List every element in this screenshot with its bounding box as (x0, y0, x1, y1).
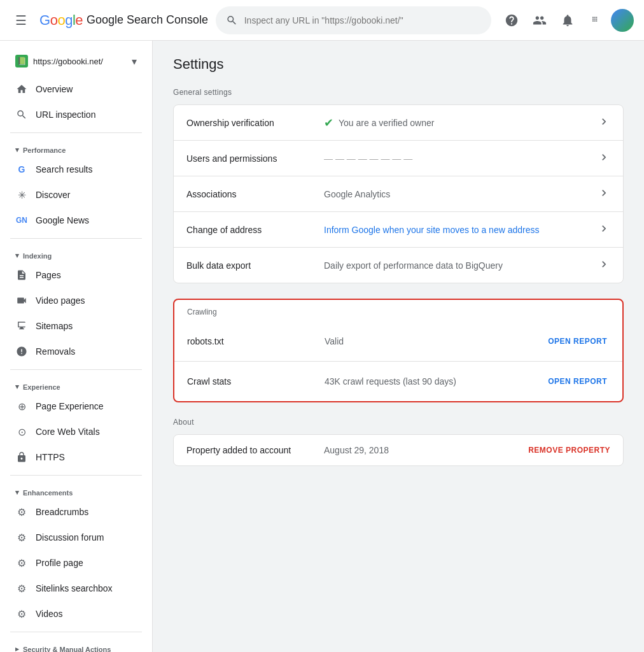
search-bar-icon (226, 14, 238, 27)
site-favicon: 📗 (15, 55, 28, 67)
site-name: https://gobooki.net/ (33, 57, 127, 66)
apps-button[interactable] (583, 8, 608, 33)
general-settings-label: General settings (173, 88, 624, 97)
users-row[interactable]: Users and permissions — — — — — — — — (174, 141, 623, 176)
discover-icon: ✳ (15, 188, 28, 201)
robots-txt-open-report-button[interactable]: OPEN REPORT (545, 332, 610, 351)
ownership-value: ✔ You are a verified owner (324, 116, 587, 130)
associations-chevron[interactable] (598, 187, 610, 201)
main-content: Settings General settings Ownership veri… (153, 41, 644, 652)
url-inspect-input[interactable] (244, 15, 481, 25)
bulk-data-chevron[interactable] (598, 258, 610, 273)
sidebar-item-overview[interactable]: Overview (0, 76, 147, 102)
main-layout: 📗 https://gobooki.net/ ▾ Overview URL in… (0, 41, 644, 652)
google-wordmark: Google (39, 12, 83, 29)
videos-enhance-icon: ⚙ (15, 607, 28, 620)
sidebar-item-pages[interactable]: Pages (0, 262, 147, 288)
site-selector[interactable]: 📗 https://gobooki.net/ ▾ (5, 48, 147, 74)
ownership-row[interactable]: Ownership verification ✔ You are a verif… (174, 105, 623, 141)
change-address-chevron[interactable] (598, 222, 610, 237)
property-added-row: Property added to account August 29, 201… (174, 435, 623, 465)
divider-1 (10, 132, 142, 133)
sidebar-label-overview: Overview (36, 84, 73, 94)
sidebar-item-video-pages[interactable]: Video pages (0, 288, 147, 313)
sidebar-label-google-news: Google News (36, 215, 89, 225)
sidebar-item-sitemaps[interactable]: Sitemaps (0, 313, 147, 339)
arrow-security: ▸ (15, 645, 19, 652)
sidebar-item-breadcrumbs[interactable]: ⚙ Breadcrumbs (0, 499, 147, 525)
robots-txt-row: robots.txt Valid OPEN REPORT (174, 322, 622, 362)
sidebar-item-google-news[interactable]: GN Google News (0, 208, 147, 233)
url-inspect-icon (15, 108, 28, 121)
people-icon (533, 13, 547, 27)
sidebar-label-sitelinks-searchbox: Sitelinks searchbox (36, 583, 113, 593)
bulk-data-row[interactable]: Bulk data export Daily export of perform… (174, 248, 623, 283)
sidebar-item-url-inspection[interactable]: URL inspection (0, 102, 147, 127)
sidebar-item-profile-page[interactable]: ⚙ Profile page (0, 550, 147, 576)
ownership-chevron[interactable] (598, 115, 610, 130)
sidebar-item-search-results[interactable]: G Search results (0, 157, 147, 182)
sitemaps-icon (15, 320, 28, 332)
associations-row[interactable]: Associations Google Analytics (174, 176, 623, 212)
divider-4 (10, 475, 142, 476)
users-chevron[interactable] (598, 151, 610, 166)
sidebar-label-core-web-vitals: Core Web Vitals (36, 427, 100, 437)
sidebar-label-pages: Pages (36, 270, 61, 280)
crawling-section-label: Crawling (174, 300, 622, 322)
associations-label: Associations (186, 189, 314, 199)
sidebar-label-removals: Removals (36, 346, 75, 357)
sidebar-item-https[interactable]: HTTPS (0, 444, 147, 470)
url-inspect-bar[interactable] (216, 6, 491, 34)
crawl-stats-open-report-button[interactable]: OPEN REPORT (545, 372, 610, 391)
bulk-data-label: Bulk data export (186, 260, 314, 271)
property-added-label: Property added to account (186, 445, 314, 455)
help-icon (505, 13, 519, 27)
section-indexing[interactable]: ▾ Indexing (0, 244, 152, 262)
users-label: Users and permissions (186, 153, 314, 164)
topbar-left: ☰ Google Google Search Console (10, 8, 208, 33)
help-button[interactable] (499, 8, 524, 33)
video-pages-icon (15, 294, 28, 307)
people-button[interactable] (527, 8, 552, 33)
app-title: Google Search Console (87, 13, 208, 27)
sidebar-label-discussion-forum: Discussion forum (36, 532, 104, 542)
chevron-right-icon-2 (598, 151, 610, 164)
section-performance-label: Performance (23, 146, 66, 154)
notifications-button[interactable] (555, 8, 580, 33)
change-address-row[interactable]: Change of address Inform Google when you… (174, 212, 623, 248)
section-security[interactable]: ▸ Security & Manual Actions (0, 637, 152, 652)
divider-3 (10, 369, 142, 370)
arrow-enhancements: ▾ (15, 488, 19, 497)
section-performance[interactable]: ▾ Performance (0, 138, 152, 157)
chevron-right-icon-4 (598, 222, 610, 235)
hamburger-menu[interactable]: ☰ (10, 8, 32, 33)
sidebar-item-discover[interactable]: ✳ Discover (0, 182, 147, 208)
page-title: Settings (173, 56, 624, 73)
sidebar-item-page-experience[interactable]: ⊕ Page Experience (0, 393, 147, 419)
section-experience[interactable]: ▾ Experience (0, 375, 152, 393)
profile-page-icon: ⚙ (15, 556, 28, 569)
apps-icon (589, 13, 603, 27)
sidebar-label-videos: Videos (36, 609, 63, 619)
section-enhancements-label: Enhancements (23, 489, 73, 497)
chevron-down-icon: ▾ (132, 55, 137, 67)
crawling-card: Crawling robots.txt Valid OPEN REPORT Cr… (173, 299, 624, 402)
sidebar-item-removals[interactable]: Removals (0, 339, 147, 364)
sidebar-item-videos[interactable]: ⚙ Videos (0, 601, 147, 627)
avatar[interactable] (611, 9, 634, 32)
robots-txt-label: robots.txt (187, 336, 314, 346)
removals-icon (15, 345, 28, 358)
lock-icon (15, 451, 28, 464)
section-security-label: Security & Manual Actions (23, 646, 111, 653)
about-label: About (173, 418, 624, 427)
remove-property-button[interactable]: REMOVE PROPERTY (528, 446, 610, 455)
sidebar-item-sitelinks-searchbox[interactable]: ⚙ Sitelinks searchbox (0, 576, 147, 601)
users-value-text: — — — — — — — — (324, 153, 412, 164)
divider-5 (10, 632, 142, 632)
arrow-performance: ▾ (15, 146, 19, 154)
sidebar-item-core-web-vitals[interactable]: ⊙ Core Web Vitals (0, 419, 147, 444)
sidebar-item-discussion-forum[interactable]: ⚙ Discussion forum (0, 525, 147, 550)
section-enhancements[interactable]: ▾ Enhancements (0, 481, 152, 499)
users-value: — — — — — — — — (324, 153, 587, 164)
bell-icon (561, 13, 575, 27)
